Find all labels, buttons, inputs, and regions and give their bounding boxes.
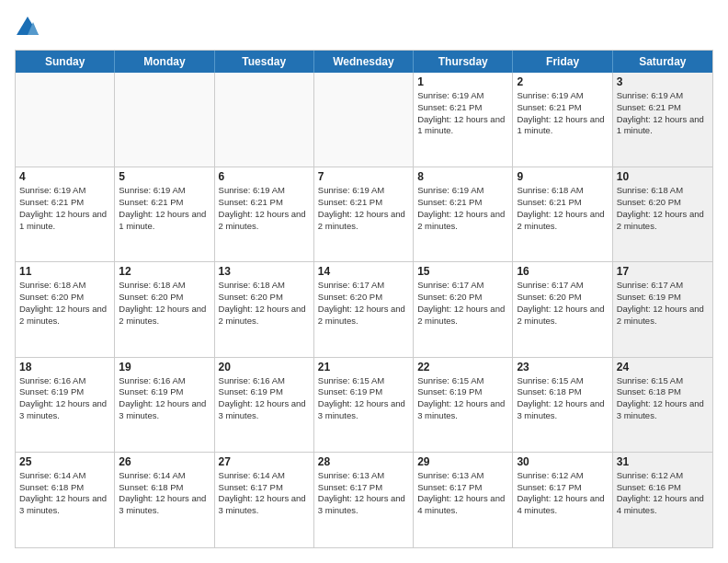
weekday-header-tuesday: Tuesday [215, 51, 314, 73]
day-number: 3 [617, 75, 709, 88]
sunset-text: Sunset: 6:18 PM [19, 482, 110, 494]
daylight-text: Daylight: 12 hours and 3 minutes. [19, 493, 110, 517]
logo-icon [15, 15, 40, 40]
calendar-body: 1Sunrise: 6:19 AMSunset: 6:21 PMDaylight… [16, 73, 712, 547]
daylight-text: Daylight: 12 hours and 2 minutes. [617, 304, 709, 327]
day-number: 22 [417, 361, 508, 373]
day-number: 24 [617, 361, 709, 373]
sunrise-text: Sunrise: 6:16 AM [19, 375, 110, 387]
calendar-cell-21: 21Sunrise: 6:15 AMSunset: 6:19 PMDayligh… [314, 358, 414, 452]
sunrise-text: Sunrise: 6:18 AM [219, 280, 310, 292]
header [15, 15, 713, 40]
sunset-text: Sunset: 6:20 PM [19, 292, 110, 304]
calendar-row-2: 11Sunrise: 6:18 AMSunset: 6:20 PMDayligh… [16, 262, 712, 357]
sunset-text: Sunset: 6:18 PM [617, 386, 709, 398]
daylight-text: Daylight: 12 hours and 2 minutes. [119, 304, 210, 327]
calendar-cell-1: 1Sunrise: 6:19 AMSunset: 6:21 PMDaylight… [414, 73, 513, 167]
calendar: SundayMondayTuesdayWednesdayThursdayFrid… [15, 50, 713, 548]
day-number: 25 [19, 455, 110, 468]
weekday-header-saturday: Saturday [613, 51, 712, 73]
weekday-header-sunday: Sunday [16, 51, 115, 73]
sunset-text: Sunset: 6:20 PM [617, 197, 709, 209]
calendar-cell-empty-0-1 [115, 73, 214, 167]
calendar-cell-28: 28Sunrise: 6:13 AMSunset: 6:17 PMDayligh… [314, 453, 414, 547]
sunset-text: Sunset: 6:21 PM [617, 102, 709, 114]
daylight-text: Daylight: 12 hours and 3 minutes. [417, 398, 508, 422]
sunrise-text: Sunrise: 6:19 AM [318, 185, 409, 197]
weekday-header-wednesday: Wednesday [314, 51, 414, 73]
daylight-text: Daylight: 12 hours and 3 minutes. [119, 493, 210, 517]
calendar-row-4: 25Sunrise: 6:14 AMSunset: 6:18 PMDayligh… [16, 453, 712, 547]
sunset-text: Sunset: 6:19 PM [318, 386, 409, 398]
daylight-text: Daylight: 12 hours and 1 minute. [417, 114, 508, 138]
sunrise-text: Sunrise: 6:13 AM [417, 470, 508, 482]
day-number: 12 [119, 265, 210, 278]
daylight-text: Daylight: 12 hours and 3 minutes. [318, 398, 409, 422]
calendar-cell-29: 29Sunrise: 6:13 AMSunset: 6:17 PMDayligh… [414, 453, 513, 547]
day-number: 2 [517, 75, 608, 88]
daylight-text: Daylight: 12 hours and 1 minute. [617, 114, 709, 138]
day-number: 18 [19, 361, 110, 373]
sunset-text: Sunset: 6:20 PM [517, 292, 608, 304]
sunrise-text: Sunrise: 6:19 AM [417, 185, 508, 197]
sunrise-text: Sunrise: 6:17 AM [417, 280, 508, 292]
calendar-cell-11: 11Sunrise: 6:18 AMSunset: 6:20 PMDayligh… [16, 262, 115, 356]
daylight-text: Daylight: 12 hours and 3 minutes. [19, 398, 110, 422]
day-number: 19 [119, 361, 210, 373]
sunrise-text: Sunrise: 6:12 AM [617, 470, 709, 482]
day-number: 14 [318, 265, 409, 278]
calendar-cell-31: 31Sunrise: 6:12 AMSunset: 6:16 PMDayligh… [613, 453, 712, 547]
daylight-text: Daylight: 12 hours and 2 minutes. [318, 209, 409, 233]
daylight-text: Daylight: 12 hours and 3 minutes. [517, 398, 608, 422]
daylight-text: Daylight: 12 hours and 2 minutes. [517, 304, 608, 327]
weekday-header-friday: Friday [513, 51, 612, 73]
day-number: 17 [617, 265, 709, 278]
day-number: 31 [617, 455, 709, 468]
day-number: 7 [318, 170, 409, 183]
sunrise-text: Sunrise: 6:18 AM [517, 185, 608, 197]
daylight-text: Daylight: 12 hours and 4 minutes. [517, 493, 608, 517]
sunset-text: Sunset: 6:17 PM [219, 482, 310, 494]
sunset-text: Sunset: 6:20 PM [318, 292, 409, 304]
sunset-text: Sunset: 6:18 PM [119, 482, 210, 494]
sunrise-text: Sunrise: 6:17 AM [617, 280, 709, 292]
sunrise-text: Sunrise: 6:19 AM [617, 90, 709, 102]
sunrise-text: Sunrise: 6:15 AM [417, 375, 508, 387]
daylight-text: Daylight: 12 hours and 2 minutes. [219, 304, 310, 327]
calendar-cell-18: 18Sunrise: 6:16 AMSunset: 6:19 PMDayligh… [16, 358, 115, 452]
calendar-cell-26: 26Sunrise: 6:14 AMSunset: 6:18 PMDayligh… [115, 453, 214, 547]
sunrise-text: Sunrise: 6:17 AM [517, 280, 608, 292]
day-number: 1 [417, 75, 508, 88]
sunset-text: Sunset: 6:19 PM [617, 292, 709, 304]
sunrise-text: Sunrise: 6:19 AM [119, 185, 210, 197]
day-number: 11 [19, 265, 110, 278]
sunrise-text: Sunrise: 6:18 AM [119, 280, 210, 292]
daylight-text: Daylight: 12 hours and 2 minutes. [19, 304, 110, 327]
daylight-text: Daylight: 12 hours and 3 minutes. [318, 493, 409, 517]
sunrise-text: Sunrise: 6:19 AM [219, 185, 310, 197]
day-number: 29 [417, 455, 508, 468]
page: SundayMondayTuesdayWednesdayThursdayFrid… [0, 0, 728, 563]
sunrise-text: Sunrise: 6:14 AM [219, 470, 310, 482]
sunrise-text: Sunrise: 6:15 AM [318, 375, 409, 387]
daylight-text: Daylight: 12 hours and 3 minutes. [219, 398, 310, 422]
calendar-cell-23: 23Sunrise: 6:15 AMSunset: 6:18 PMDayligh… [513, 358, 612, 452]
sunrise-text: Sunrise: 6:15 AM [617, 375, 709, 387]
day-number: 13 [219, 265, 310, 278]
daylight-text: Daylight: 12 hours and 2 minutes. [517, 209, 608, 233]
calendar-row-0: 1Sunrise: 6:19 AMSunset: 6:21 PMDaylight… [16, 73, 712, 167]
calendar-cell-24: 24Sunrise: 6:15 AMSunset: 6:18 PMDayligh… [613, 358, 712, 452]
daylight-text: Daylight: 12 hours and 3 minutes. [219, 493, 310, 517]
calendar-cell-6: 6Sunrise: 6:19 AMSunset: 6:21 PMDaylight… [215, 167, 314, 261]
day-number: 27 [219, 455, 310, 468]
sunrise-text: Sunrise: 6:18 AM [19, 280, 110, 292]
sunset-text: Sunset: 6:20 PM [219, 292, 310, 304]
sunset-text: Sunset: 6:19 PM [417, 386, 508, 398]
sunset-text: Sunset: 6:16 PM [617, 482, 709, 494]
sunset-text: Sunset: 6:18 PM [517, 386, 608, 398]
calendar-cell-19: 19Sunrise: 6:16 AMSunset: 6:19 PMDayligh… [115, 358, 214, 452]
sunrise-text: Sunrise: 6:18 AM [617, 185, 709, 197]
daylight-text: Daylight: 12 hours and 2 minutes. [318, 304, 409, 327]
day-number: 10 [617, 170, 709, 183]
daylight-text: Daylight: 12 hours and 3 minutes. [119, 398, 210, 422]
